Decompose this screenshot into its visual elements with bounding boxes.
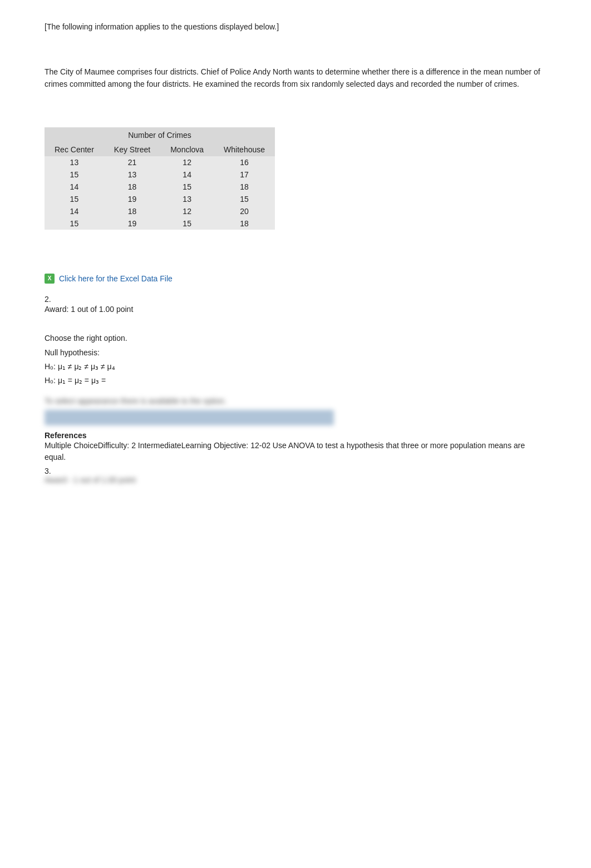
table-cell: 14 [45,181,104,193]
table-cell: 15 [45,193,104,205]
question-3-blurred-label: Award - 1 out of 1.00 point [45,475,546,484]
table-cell: 18 [104,205,160,217]
table-row: 15131417 [45,168,275,181]
excel-link[interactable]: Click here for the Excel Data File [59,274,173,283]
blurred-option-section: To select appearance there is available … [45,396,546,405]
question-3-number: 3. [45,467,546,475]
blurred-answer-bar [45,410,334,425]
table-cell: 13 [160,193,214,205]
table-cell: 18 [104,181,160,193]
table-header-row: Rec CenterKey StreetMonclovaWhitehouse [45,143,275,156]
null-hypothesis-label: Null hypothesis: [45,346,546,360]
table-row: 13211216 [45,156,275,168]
table-cell: 15 [45,217,104,230]
table-row: 15191315 [45,193,275,205]
crimes-table: Number of Crimes Rec CenterKey StreetMon… [45,127,275,230]
table-cell: 13 [104,168,160,181]
table-cell: 14 [160,168,214,181]
table-col-header: Whitehouse [214,143,275,156]
h0-alt: H₀: μ₁ ≠ μ₂ ≠ μ₃ ≠ μ₄ [45,360,546,374]
table-row: 14181220 [45,205,275,217]
references-section: References Multiple ChoiceDifficulty: 2 … [45,431,546,463]
excel-icon: X [45,274,55,284]
question-2-prompt: Choose the right option. [45,334,546,343]
table-cell: 14 [45,205,104,217]
table-row: 14181518 [45,181,275,193]
table-row: 15191518 [45,217,275,230]
table-cell: 15 [160,181,214,193]
h0-null: H₀: μ₁ = μ₂ = μ₃ = [45,374,546,388]
question-3-section: 3. Award - 1 out of 1.00 point [45,467,546,484]
table-cell: 18 [214,181,275,193]
table-cell: 12 [160,205,214,217]
table-cell: 12 [160,156,214,168]
table-cell: 15 [160,217,214,230]
question-2-award: Award: 1 out of 1.00 point [45,305,546,314]
table-cell: 21 [104,156,160,168]
references-title: References [45,431,546,440]
excel-link-container[interactable]: X Click here for the Excel Data File [45,274,546,284]
table-cell: 13 [45,156,104,168]
table-col-header: Monclova [160,143,214,156]
table-cell: 18 [214,217,275,230]
table-col-header: Key Street [104,143,160,156]
table-title: Number of Crimes [45,127,275,143]
question-2-number: 2. [45,295,546,304]
table-body: 1321121615131417141815181519131514181220… [45,156,275,230]
table-col-header: Rec Center [45,143,104,156]
intro-bracket-text: [The following information applies to th… [45,22,546,31]
description-text: The City of Maumee comprises four distri… [45,66,546,91]
references-text: Multiple ChoiceDifficulty: 2 Intermediat… [45,440,546,463]
table-cell: 15 [214,193,275,205]
crimes-table-container: Number of Crimes Rec CenterKey StreetMon… [45,127,275,230]
question-2-section: 2. Award: 1 out of 1.00 point Choose the… [45,295,546,388]
table-cell: 19 [104,193,160,205]
table-cell: 20 [214,205,275,217]
table-cell: 16 [214,156,275,168]
blurred-option-text: To select appearance there is available … [45,396,546,405]
table-cell: 17 [214,168,275,181]
table-cell: 15 [45,168,104,181]
table-cell: 19 [104,217,160,230]
